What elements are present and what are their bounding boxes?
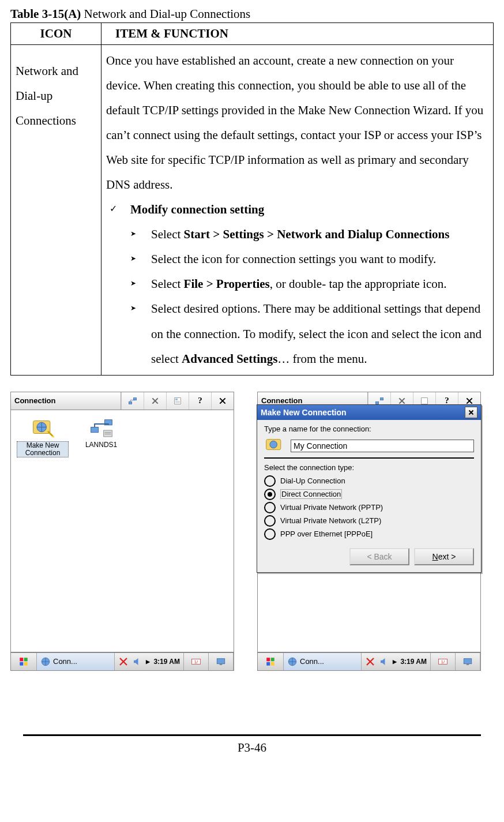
connection-icon (264, 437, 285, 455)
taskbar-app-label: Conn... (300, 657, 324, 666)
option-label: Dial-Up Connection (280, 476, 345, 485)
radio-icon (264, 515, 276, 527)
dialog-body: Type a name for the connection: Select t… (257, 420, 481, 572)
radio-icon (264, 528, 276, 540)
connection-name-input[interactable] (291, 440, 474, 452)
option-label: Virtual Private Network (L2TP) (280, 516, 381, 525)
arrow-icon: ➤ (130, 247, 151, 266)
type-prompt: Select the connection type: (264, 463, 474, 472)
option-vpn-l2tp[interactable]: Virtual Private Network (L2TP) (264, 515, 474, 527)
icon-cell: Network and Dial-up Connections (11, 45, 101, 376)
make-new-connection-item[interactable]: Make New Connection (17, 417, 69, 457)
start-button[interactable] (11, 653, 37, 670)
show-desktop-button[interactable] (209, 653, 234, 670)
option-label: Virtual Private Network (PPTP) (280, 503, 383, 512)
next-button[interactable]: Next > (414, 548, 474, 565)
network-status-icon[interactable] (121, 392, 144, 410)
svg-rect-31 (464, 658, 472, 663)
function-cell: Once you have established an account, cr… (101, 45, 494, 376)
svg-rect-1 (133, 397, 136, 400)
svg-rect-12 (20, 662, 23, 665)
b3-pre: Select (151, 277, 184, 291)
separator (264, 457, 474, 459)
svg-text:1/: 1/ (194, 659, 198, 665)
taskbar-clock: 3:19 AM (153, 658, 180, 666)
radio-icon (264, 502, 276, 513)
window-titlebar: Connection ? (10, 392, 234, 410)
option-pppoe[interactable]: PPP over Ethernet [PPPoE] (264, 528, 474, 540)
globe-wizard-icon (30, 417, 55, 440)
table-header-row: ICON ITEM & FUNCTION (11, 23, 494, 45)
icon-label: Network and Dial-up Connections (16, 59, 96, 133)
option-label: Direct Connection (280, 489, 342, 499)
svg-rect-10 (20, 658, 23, 661)
b3-bold: File > Properties (184, 277, 270, 291)
svg-rect-18 (220, 663, 223, 665)
svg-rect-19 (375, 401, 378, 404)
taskbar-app-label: Conn... (53, 657, 77, 666)
back-label: < Back (367, 552, 392, 561)
svg-text:1/: 1/ (441, 659, 445, 665)
lan-icon (89, 417, 114, 440)
svg-rect-27 (271, 662, 274, 665)
svg-rect-0 (129, 401, 131, 404)
option-dialup[interactable]: Dial-Up Connection (264, 475, 474, 487)
list-item: ➤ Select File > Properties, or double- t… (130, 272, 488, 296)
option-vpn-pptp[interactable]: Virtual Private Network (PPTP) (264, 502, 474, 513)
check-item: ✓ Modify connection setting (106, 197, 488, 222)
dialog-close-button[interactable] (465, 407, 477, 418)
table-label: Table 3-15(A) (10, 7, 81, 21)
check-label: Modify connection setting (130, 197, 264, 222)
b1-pre: Select (151, 227, 184, 241)
taskbar-tray[interactable]: ▶ 3:19 AM (115, 653, 184, 670)
svg-rect-9 (103, 430, 112, 437)
keyboard-layout-button[interactable]: 1/ (184, 653, 209, 670)
svg-rect-13 (24, 662, 28, 665)
lan-connection-label: LANNDS1 (85, 441, 117, 449)
dialog-title: Make New Connection (261, 408, 347, 417)
svg-rect-20 (380, 397, 383, 400)
table-title: Network and Dial-up Connections (84, 7, 251, 21)
globe-icon (40, 656, 51, 667)
tray-arrow-icon: ▶ (146, 659, 150, 665)
option-direct[interactable]: Direct Connection (264, 489, 474, 500)
taskbar: Conn... ▶ 3:19 AM 1/ (10, 652, 234, 671)
option-label: PPP over Ethernet [PPPoE] (280, 530, 373, 538)
screenshot-left: Connection ? Make New Connection (10, 392, 234, 671)
list-item: ➤ Select desired options. There may be a… (130, 296, 488, 371)
dialog-titlebar: Make New Connection (257, 405, 481, 420)
b3-post: , or double- tap the appropriate icon. (270, 277, 447, 291)
intro-text: Once you have established an account, cr… (106, 48, 488, 197)
taskbar-clock: 3:19 AM (400, 658, 427, 666)
help-button[interactable]: ? (189, 392, 211, 410)
start-button[interactable] (258, 653, 284, 670)
close-button[interactable] (211, 392, 234, 410)
volume-icon (379, 656, 389, 667)
back-button: < Back (349, 548, 409, 565)
volume-icon (132, 656, 142, 667)
table-row: Network and Dial-up Connections Once you… (11, 45, 494, 376)
delete-button[interactable] (144, 392, 166, 410)
keyboard-layout-button[interactable]: 1/ (431, 653, 456, 670)
taskbar-app-button[interactable]: Conn... (37, 653, 115, 670)
taskbar-app-button[interactable]: Conn... (284, 653, 362, 670)
main-table: ICON ITEM & FUNCTION Network and Dial-up… (10, 22, 494, 376)
screenshots-row: Connection ? Make New Connection (10, 392, 494, 671)
svg-rect-26 (266, 662, 270, 665)
arrow-icon: ➤ (130, 272, 151, 291)
window-body[interactable]: Make New Connection LANNDS1 (10, 410, 234, 652)
header-icon: ICON (11, 23, 101, 45)
bullet-list: ➤ Select Start > Settings > Network and … (106, 222, 488, 371)
wifi-off-icon (365, 656, 375, 667)
lan-connection-item[interactable]: LANNDS1 (76, 417, 127, 449)
svg-rect-7 (91, 427, 98, 433)
svg-rect-32 (467, 663, 469, 665)
show-desktop-button[interactable] (456, 653, 480, 670)
svg-rect-21 (422, 397, 428, 404)
taskbar-tray[interactable]: ▶ 3:19 AM (362, 653, 431, 670)
globe-icon (287, 656, 298, 667)
properties-button[interactable] (166, 392, 189, 410)
arrow-icon: ➤ (130, 296, 151, 316)
svg-rect-11 (24, 658, 28, 661)
table-caption: Table 3-15(A) Network and Dial-up Connec… (10, 7, 494, 21)
